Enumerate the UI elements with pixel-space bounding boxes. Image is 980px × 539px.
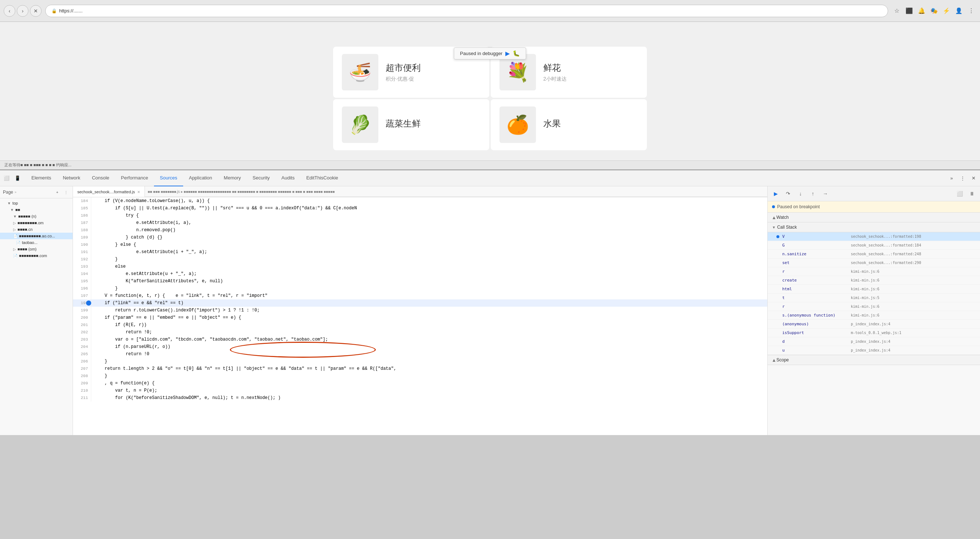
code-line-184[interactable]: 184 if (V(e.nodeName.toLowerCase(), u, a…	[73, 197, 767, 205]
code-line-185[interactable]: 185 if (S[u] || U.test(a.replace(B, ""))…	[73, 205, 767, 212]
new-snippet-icon[interactable]: +	[54, 189, 61, 196]
sidebar-item-sub6[interactable]: 📄 taobao...	[0, 239, 73, 246]
extension-1-icon[interactable]: ⬛	[904, 6, 914, 16]
bookmark-icon[interactable]: ☆	[892, 6, 902, 16]
sidebar-item-sub4[interactable]: ▷ ■■■■.cn	[0, 226, 73, 233]
code-line-207[interactable]: 207 return t.length > 2 && "o" == t[0] &…	[73, 365, 767, 372]
extension-3-icon[interactable]: 🎭	[929, 6, 939, 16]
code-line-187[interactable]: 187 e.setAttribute(i, a),	[73, 219, 767, 226]
sidebar-item-sub3[interactable]: ▷ ■■■■■■■■.om	[0, 219, 73, 226]
code-line-210[interactable]: 210 var t, n = P(e);	[73, 387, 767, 394]
call-stack-item-2[interactable]: n.sanitizesechook_sechook...:formatted:2…	[768, 250, 980, 259]
code-line-204[interactable]: 204 if (n.parseURL(r, o))	[73, 343, 767, 350]
call-stack-item-9[interactable]: s.(anonymous function)kimi-min.js:6	[768, 311, 980, 320]
device-icon[interactable]: 📱	[13, 173, 22, 183]
page-content: Paused in debugger ▶ 🐛 🍜 超市便利 积分·优惠·促 💐 …	[0, 22, 980, 161]
code-line-206[interactable]: 206 }	[73, 358, 767, 365]
scope-section-header[interactable]: ▶ Scope	[768, 355, 980, 365]
sidebar-item-sub8[interactable]: 📄 ■■■■■■■■.com	[0, 252, 73, 259]
code-line-205[interactable]: 205 return !0	[73, 350, 767, 358]
call-stack-item-4[interactable]: rkimi-min.js:6	[768, 267, 980, 276]
sidebar-item-sub5[interactable]: 📄 ■■■■■■■■■.ao.co...	[0, 233, 73, 239]
tab-editthiscookie[interactable]: EditThisCookie	[300, 170, 344, 186]
sidebar-item-sub7[interactable]: ▷ ■■■■ (om)	[0, 246, 73, 252]
tab-elements[interactable]: Elements	[25, 170, 57, 186]
sidebar-item-sub1[interactable]: ▼ ■■	[0, 207, 73, 213]
tab-memory[interactable]: Memory	[218, 170, 247, 186]
product-card-2[interactable]: 🥬 蔬菜生鲜	[333, 99, 489, 150]
close-devtools-icon[interactable]: ✕	[968, 173, 978, 183]
tab-sources[interactable]: Sources	[154, 170, 183, 186]
resume-debug-button[interactable]: ▶	[771, 189, 781, 199]
code-tab-close[interactable]: ✕	[137, 190, 140, 194]
code-line-197[interactable]: 197 V = function(e, t, r) { e = "link", …	[73, 292, 767, 299]
line-number: 204	[73, 343, 91, 350]
forward-button[interactable]: ›	[17, 5, 29, 17]
more-sidebar-icon[interactable]: ⋮	[62, 189, 70, 196]
code-line-203[interactable]: 203 var o = ["alicdn.com", "tbcdn.com", …	[73, 336, 767, 343]
line-content: } else {	[91, 241, 767, 248]
address-bar[interactable]: 🔒 https://.......	[45, 5, 888, 17]
code-tab-active[interactable]: sechook_sechook....formatted.js ✕	[73, 186, 145, 197]
reload-button[interactable]: ✕	[30, 5, 41, 17]
call-stack-item-0[interactable]: Vsechook_sechook...:formatted:198	[768, 232, 980, 241]
more-tabs-icon[interactable]: »	[947, 173, 957, 183]
tab-audits[interactable]: Audits	[275, 170, 300, 186]
code-line-198[interactable]: 198 if ("link" == e && "rel" == t)	[73, 299, 767, 307]
code-line-200[interactable]: 200 if ("param" == e || "embed" == e || …	[73, 314, 767, 321]
code-line-209[interactable]: 209 , q = function(e) {	[73, 380, 767, 387]
extension-2-icon[interactable]: 🔔	[916, 6, 927, 16]
code-line-199[interactable]: 199 return r.toLowerCase().indexOf("impo…	[73, 307, 767, 314]
inspect-icon[interactable]: ⬜	[2, 173, 12, 183]
code-line-192[interactable]: 192 }	[73, 256, 767, 263]
code-line-201[interactable]: 201 if (R(E, r))	[73, 321, 767, 329]
code-line-189[interactable]: 189 } catch (d) {}	[73, 234, 767, 241]
tab-network[interactable]: Network	[57, 170, 86, 186]
code-line-191[interactable]: 191 e.setAttribute(i + "_", a);	[73, 248, 767, 256]
code-line-186[interactable]: 186 try {	[73, 212, 767, 219]
call-stack-item-5[interactable]: createkimi-min.js:6	[768, 276, 980, 285]
tab-security[interactable]: Security	[247, 170, 275, 186]
code-line-194[interactable]: 194 e.setAttribute(u + "_", a);	[73, 270, 767, 278]
back-button[interactable]: ‹	[4, 5, 15, 17]
call-stack-section-header[interactable]: ▼ Call Stack	[768, 223, 980, 232]
watch-section-header[interactable]: ▶ Watch	[768, 213, 980, 223]
step-out-button[interactable]: ↑	[808, 189, 818, 199]
call-stack-item-11[interactable]: isSupportm-tools_0.0.1_webp.js:1	[768, 329, 980, 337]
step-button[interactable]: 🐛	[512, 50, 520, 57]
tab-console[interactable]: Console	[86, 170, 115, 186]
product-card-3[interactable]: 🍊 水果	[491, 99, 647, 150]
call-stack-item-7[interactable]: tkimi-min.js:5	[768, 294, 980, 302]
code-line-193[interactable]: 193 else	[73, 263, 767, 270]
code-content[interactable]: 184 if (V(e.nodeName.toLowerCase(), u, a…	[73, 197, 767, 435]
call-stack-item-8[interactable]: rkimi-min.js:6	[768, 302, 980, 311]
sidebar-item-sub2[interactable]: ▼ ■■■■■ (n)	[0, 213, 73, 219]
tab-application[interactable]: Application	[183, 170, 218, 186]
call-stack-item-3[interactable]: setsechook_sechook...:formatted:290	[768, 259, 980, 267]
code-line-202[interactable]: 202 return !0;	[73, 329, 767, 336]
sidebar-item-top[interactable]: ▼ top	[0, 200, 73, 207]
code-line-208[interactable]: 208 }	[73, 372, 767, 380]
call-stack-item-12[interactable]: dp_index_index.js:4	[768, 337, 980, 346]
pause-on-exceptions-button[interactable]: ⏸	[967, 189, 977, 199]
extension-4-icon[interactable]: ⚡	[941, 6, 951, 16]
code-line-211[interactable]: 211 for (K("beforeSanitizeShadowDOM", e,…	[73, 394, 767, 402]
step-over-button[interactable]: ↷	[783, 189, 793, 199]
settings-icon[interactable]: ⋮	[958, 173, 967, 183]
call-stack-item-13[interactable]: up_index_index.js:4	[768, 346, 980, 355]
step-button-2[interactable]: →	[820, 189, 830, 199]
call-stack-item-10[interactable]: (anonymous)p_index_index.js:4	[768, 320, 980, 329]
menu-icon[interactable]: ⋮	[966, 6, 976, 16]
code-line-195[interactable]: 195 K("afterSanitizeAttributes", e, null…	[73, 278, 767, 285]
extension-5-icon[interactable]: 👤	[954, 6, 964, 16]
code-line-190[interactable]: 190 } else {	[73, 241, 767, 248]
deactivate-breakpoints-button[interactable]: ⬜	[955, 189, 965, 199]
call-stack-item-1[interactable]: Gsechook_sechook...:formatted:184	[768, 241, 980, 250]
code-line-188[interactable]: 188 n.removed.pop()	[73, 226, 767, 234]
call-fn-file: kimi-min.js:6	[851, 269, 879, 273]
resume-button[interactable]: ▶	[505, 50, 510, 57]
code-line-196[interactable]: 196 }	[73, 285, 767, 292]
tab-performance[interactable]: Performance	[115, 170, 154, 186]
step-into-button[interactable]: ↓	[795, 189, 806, 199]
call-stack-item-6[interactable]: htmlkimi-min.js:6	[768, 285, 980, 294]
